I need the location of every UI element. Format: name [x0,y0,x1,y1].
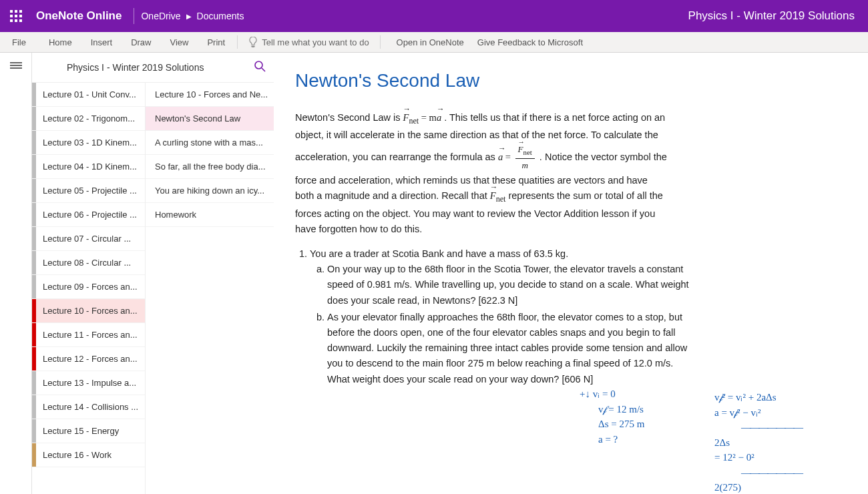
notebook-header: Physics I - Winter 2019 Solutions [32,53,274,83]
section-item[interactable]: Lecture 05 - Projectile ... [32,179,145,203]
ink-line: v𝒻² = vᵢ² + 2aΔs [714,390,802,405]
svg-rect-1 [15,10,17,13]
ink-line: +↓ vᵢ = 0 [580,387,644,402]
equation-fnet-ma: Fnet = ma [403,112,442,123]
section-item[interactable]: Lecture 06 - Projectile ... [32,203,145,227]
page-item[interactable]: A curling stone with a mas... [146,131,274,155]
section-item[interactable]: Lecture 12 - Forces an... [32,347,145,371]
notebook-title[interactable]: Physics I - Winter 2019 Solutions [688,9,855,23]
section-item[interactable]: Lecture 08 - Circular ... [32,251,145,275]
nav-toggle[interactable] [0,53,32,494]
search-icon[interactable] [254,60,266,75]
section-item[interactable]: Lecture 10 - Forces an... [32,299,145,323]
section-item[interactable]: Lecture 11 - Forces an... [32,323,145,347]
tab-insert[interactable]: Insert [81,32,122,52]
chevron-right-icon: ▶ [186,13,192,20]
svg-point-9 [255,61,262,69]
ink-line: ——————— [741,465,802,481]
tab-file[interactable]: File [0,32,39,52]
equation-a-fnet-m: a = Fnetm [498,152,537,162]
ink-line: 2Δs [714,435,802,451]
page-title[interactable]: Newton's Second Law [295,70,847,91]
section-item[interactable]: Lecture 15 - Energy [32,419,145,443]
question-1a[interactable]: On your way up to the 68th floor in the … [327,262,697,308]
navigation-panel: Physics I - Winter 2019 Solutions Lectur… [32,53,274,494]
ribbon-sep-2 [380,35,381,49]
lightbulb-icon [248,37,258,47]
question-list[interactable]: You are a trader at Scotia Bank and have… [310,246,697,387]
section-item[interactable]: Lecture 14 - Collisions ... [32,395,145,419]
ink-line: a = ? [598,432,644,447]
ink-line: v𝒻 = 12 m/s [598,402,644,417]
svg-rect-8 [19,19,22,22]
ribbon-right-links: Open in OneNote Give Feedback to Microso… [397,32,592,52]
section-item[interactable]: Lecture 02 - Trigonom... [32,107,145,131]
svg-line-10 [262,68,265,71]
ink-kinematics[interactable]: v𝒻² = vᵢ² + 2aΔs a = v𝒻² − vᵢ² ——————— 2… [714,390,802,494]
page-item[interactable]: Lecture 10 - Forces and Ne... [146,83,274,107]
ink-givens[interactable]: +↓ vᵢ = 0 v𝒻 = 12 m/s Δs = 275 m a = ? [580,387,644,447]
open-in-onenote-link[interactable]: Open in OneNote [397,37,464,47]
header-divider [134,8,134,24]
section-item[interactable]: Lecture 04 - 1D Kinem... [32,155,145,179]
app-launcher-icon[interactable] [8,8,24,24]
section-item[interactable]: Lecture 07 - Circular ... [32,227,145,251]
tell-me-placeholder: Tell me what you want to do [262,37,369,47]
tab-home[interactable]: Home [39,32,81,52]
section-item[interactable]: Lecture 13 - Impulse a... [32,371,145,395]
para-text: Newton's Second Law is [295,112,403,123]
tell-me-search[interactable]: Tell me what you want to do [240,32,377,52]
q1-text: You are a trader at Scotia Bank and have… [310,248,568,259]
svg-rect-7 [15,19,17,22]
page-item[interactable]: So far, all the free body dia... [146,155,274,179]
pages-list[interactable]: Lecture 10 - Forces and Ne...Newton's Se… [146,83,274,494]
svg-rect-4 [15,15,17,17]
page-canvas[interactable]: Newton's Second Law Newton's Second Law … [274,53,868,494]
section-item[interactable]: Lecture 16 - Work [32,443,145,467]
section-item[interactable]: Lecture 09 - Forces an... [32,275,145,299]
section-item[interactable]: Lecture 01 - Unit Conv... [32,83,145,107]
svg-rect-0 [10,10,13,13]
tab-print[interactable]: Print [198,32,234,52]
question-1[interactable]: You are a trader at Scotia Bank and have… [310,246,697,387]
body: Physics I - Winter 2019 Solutions Lectur… [0,53,868,494]
ink-line: ——————— [741,420,802,435]
app-name[interactable]: OneNote Online [36,9,122,23]
ink-line: a = v𝒻² − vᵢ² [714,405,802,421]
feedback-link[interactable]: Give Feedback to Microsoft [477,37,583,47]
page-item[interactable]: You are hiking down an icy... [146,179,274,203]
content-paragraph[interactable]: Newton's Second Law is Fnet = ma . This … [295,110,669,237]
breadcrumb-leaf[interactable]: Documents [197,11,244,21]
page-item[interactable]: Homework [146,203,274,227]
app-header: OneNote Online OneDrive ▶ Documents Phys… [0,0,868,32]
ribbon-menu: File Home Insert Draw View Print Tell me… [0,32,868,53]
equation-fnet-symbol: Fnet [490,190,506,201]
tab-draw[interactable]: Draw [122,32,160,52]
ink-line: = 12² − 0² [714,450,802,465]
breadcrumb[interactable]: OneDrive ▶ Documents [141,11,244,21]
svg-rect-3 [10,15,13,17]
ink-line: Δs = 275 m [598,417,644,432]
tab-view[interactable]: View [161,32,198,52]
breadcrumb-root[interactable]: OneDrive [141,11,180,21]
question-1b[interactable]: As your elevator finally approaches the … [327,310,697,387]
sections-list[interactable]: Lecture 01 - Unit Conv...Lecture 02 - Tr… [32,83,146,494]
ink-line: 2(275) [714,480,802,494]
section-item[interactable]: Lecture 03 - 1D Kinem... [32,131,145,155]
svg-rect-2 [19,10,22,13]
svg-rect-5 [19,15,22,17]
page-item[interactable]: Newton's Second Law [146,107,274,131]
ribbon-sep [237,35,238,49]
hamburger-icon [10,61,22,70]
notebook-label[interactable]: Physics I - Winter 2019 Solutions [67,62,204,73]
svg-rect-6 [10,19,13,22]
